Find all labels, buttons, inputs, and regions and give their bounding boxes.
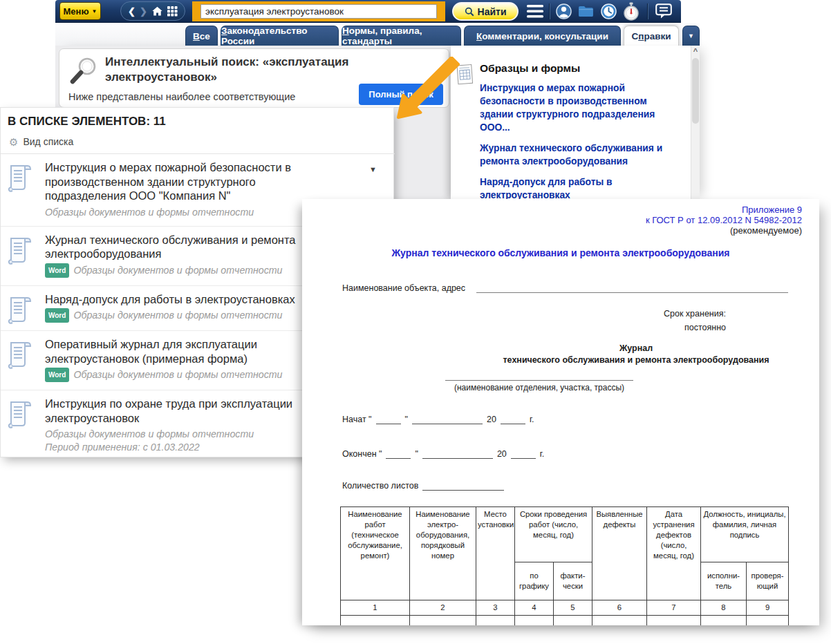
back-icon[interactable]: ❮: [128, 7, 136, 16]
toolbar-separator: [647, 3, 648, 19]
scrollbar[interactable]: ^: [691, 46, 700, 200]
list-item-content: Инструкция о мерах пожарной безопасности…: [45, 160, 327, 219]
gear-icon: ⚙: [9, 137, 18, 147]
list-item-title: Оперативный журнал для эксплуатации элек…: [45, 337, 327, 366]
tab-legislation[interactable]: Законодательство России: [221, 26, 339, 46]
navigation-group: ❮ ❯: [120, 1, 185, 21]
th-work-name: Наименование работ (техническое обслужив…: [341, 507, 410, 600]
main-toolbar: Меню ▼ ❮ ❯ Найти: [55, 0, 681, 23]
scroll-up-icon[interactable]: ^: [691, 47, 700, 55]
scroll-document-icon: [6, 234, 32, 265]
samples-panel-heading: Образцы и формы: [480, 62, 580, 75]
th-location: Место установки: [476, 507, 515, 600]
tab-label: Все: [193, 31, 210, 41]
th-scheduled: по графику: [515, 562, 554, 600]
doc-department-caption: (наименование отделения, участка, трассы…: [422, 383, 657, 392]
hamburger-menu-icon[interactable]: [527, 5, 543, 18]
search-highlight-box: [192, 1, 445, 21]
tab-references[interactable]: Справки: [624, 26, 679, 46]
fill-in-line: [501, 415, 525, 424]
list-item-title: Инструкция о мерах пожарной безопасности…: [45, 160, 327, 203]
empty-cell: [410, 616, 476, 626]
fill-in-line: [476, 283, 788, 293]
tab-overflow-button[interactable]: ▼: [682, 26, 700, 46]
list-item-content: Наряд-допуск для работы в электроустанов…: [45, 292, 327, 324]
tab-norms-standards[interactable]: Нормы, правила, стандарты: [342, 26, 461, 46]
search-result-subtitle: Ниже представлены наиболее соответствующ…: [68, 91, 295, 102]
list-item-subtitle: WordОбразцы документов и формы отчетност…: [45, 264, 327, 278]
forward-icon[interactable]: ❯: [140, 7, 147, 16]
clock-history-icon[interactable]: [601, 3, 617, 19]
doc-storage-value: постоянно: [664, 321, 726, 334]
col-number: 8: [701, 600, 747, 616]
col-number: 4: [515, 600, 554, 616]
search-magnifier-icon: [68, 56, 100, 89]
search-input[interactable]: [200, 4, 437, 19]
journal-table-wrap: Наименование работ (техническое обслужив…: [340, 506, 789, 625]
stopwatch-icon[interactable]: [623, 2, 639, 21]
th-fix-date: Дата устранения дефектов (число, месяц, …: [647, 507, 701, 600]
menu-dropdown-icon: ▼: [92, 8, 97, 15]
empty-cell: [592, 616, 647, 626]
doc-storage-block: Срок хранения: постоянно: [664, 307, 726, 334]
list-item-subtitle: Образцы документов и формы отчетности: [45, 206, 327, 219]
doc-appendix-block: Приложение 9 к ГОСТ Р от 12.09.2012 N 54…: [646, 205, 802, 236]
empty-cell: [476, 616, 515, 626]
fill-in-line: [376, 415, 401, 424]
empty-cell: [747, 616, 789, 626]
list-view-button[interactable]: ⚙ Вид списка: [9, 136, 73, 147]
word-badge: Word: [45, 263, 69, 278]
scroll-document-icon: [6, 294, 32, 324]
doc-appendix-note: (рекомендуемое): [646, 225, 802, 236]
find-button[interactable]: Найти: [452, 2, 519, 21]
home-icon[interactable]: [151, 6, 163, 17]
chevron-down-icon: ▼: [688, 32, 694, 39]
doc-ended-row: Окончен ""20г.: [342, 449, 544, 459]
list-item-content: Журнал технического обслуживания и ремон…: [45, 233, 327, 278]
empty-cell: [701, 616, 747, 626]
col-number: 1: [341, 600, 410, 616]
word-badge: Word: [45, 368, 69, 382]
list-item-content: Оперативный журнал для эксплуатации элек…: [45, 337, 327, 383]
th-equipment: Наименование электро- оборудования, поря…: [410, 507, 476, 600]
sample-link[interactable]: Журнал технического обслуживания и ремон…: [480, 142, 682, 168]
find-button-label: Найти: [478, 6, 507, 17]
doc-appendix: Приложение 9: [646, 205, 802, 215]
doc-appendix-source: к ГОСТ Р от 12.09.2012 N 54982-2012: [646, 215, 802, 225]
doc-department-block: (наименование отделения, участка, трассы…: [422, 380, 657, 392]
scroll-document-icon: [6, 339, 32, 369]
empty-cell: [515, 616, 554, 626]
apps-grid-icon[interactable]: [167, 6, 178, 17]
folder-icon[interactable]: [578, 5, 594, 18]
tab-all[interactable]: Все: [185, 26, 218, 46]
th-dates-group: Сроки проведения работ (число, месяц, го…: [515, 507, 592, 562]
list-item-subtitle: WordОбразцы документов и формы отчетност…: [45, 368, 327, 383]
col-number: 3: [476, 600, 515, 616]
document-preview-page: Приложение 9 к ГОСТ Р от 12.09.2012 N 54…: [302, 199, 819, 625]
user-profile-icon[interactable]: [556, 3, 572, 19]
col-number: 6: [592, 600, 647, 616]
form-document-icon: [456, 63, 476, 88]
menu-button[interactable]: Меню ▼: [59, 2, 101, 20]
fill-in-line: [386, 450, 411, 459]
col-number: 7: [647, 600, 701, 616]
doc-storage-label: Срок хранения:: [664, 307, 726, 321]
empty-cell: [647, 616, 701, 626]
th-actual: факти- чески: [554, 562, 592, 600]
samples-forms-panel: Образцы и формы Инструкция о мерах пожар…: [451, 46, 700, 200]
full-search-button[interactable]: Полный поиск: [359, 84, 443, 105]
th-position-group: Должность, инициалы, фамилия, личная под…: [701, 507, 789, 562]
scrollbar-thumb[interactable]: [692, 58, 699, 124]
list-item-title: Инструкция по охране труда при эксплуата…: [45, 397, 327, 425]
tab-comments-consultations[interactable]: Комментарии, консультации: [464, 26, 621, 46]
journal-table: Наименование работ (техническое обслужив…: [340, 506, 789, 625]
sample-link[interactable]: Наряд-допуск для работы в электроустанов…: [480, 176, 682, 200]
samples-links: Инструкция о мерах пожарной безопасности…: [480, 82, 682, 200]
feedback-chat-icon[interactable]: [655, 3, 672, 19]
list-view-label: Вид списка: [23, 136, 73, 147]
fill-in-line: [445, 380, 633, 381]
th-checker: проверя- ющий: [747, 562, 789, 600]
doc-journal-heading: Журнал технического обслуживания и ремон…: [498, 343, 774, 366]
sample-link[interactable]: Инструкция о мерах пожарной безопасности…: [480, 82, 682, 134]
doc-began-row: Начат ""20г.: [342, 415, 534, 424]
